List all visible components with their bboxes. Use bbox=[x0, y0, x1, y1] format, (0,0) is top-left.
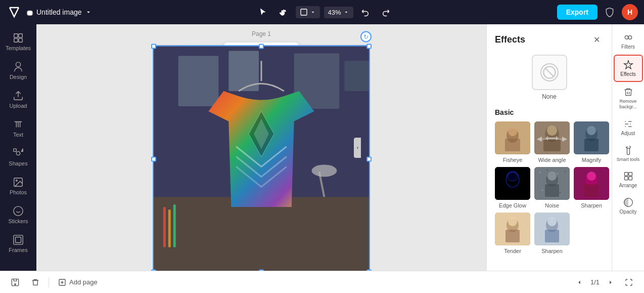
page-label: Page 1 bbox=[252, 30, 271, 37]
topbar-right: Export H bbox=[557, 4, 638, 20]
title-area[interactable]: Untitled image bbox=[26, 8, 92, 16]
basic-section-title: Basic bbox=[495, 108, 604, 116]
sidebar-label-shapes: Shapes bbox=[9, 160, 27, 166]
edgeglow-label: Edge Glow bbox=[499, 202, 526, 208]
delete-btn[interactable] bbox=[28, 276, 42, 288]
svg-rect-25 bbox=[344, 61, 370, 91]
hand-tool-btn[interactable] bbox=[275, 4, 292, 20]
topbar-tools: 43% bbox=[96, 4, 553, 20]
sidebar-label-frames: Frames bbox=[9, 247, 27, 253]
edgeglow-thumb bbox=[495, 167, 530, 200]
none-label: None bbox=[542, 93, 557, 100]
right-tool-adjust[interactable]: Adjust bbox=[614, 115, 643, 140]
effect-magnify[interactable]: Magnify bbox=[574, 121, 609, 163]
svg-rect-2 bbox=[19, 34, 22, 37]
effect-fisheye[interactable]: Fisheye bbox=[495, 121, 530, 163]
filters-label: Filters bbox=[621, 44, 635, 50]
user-avatar[interactable]: H bbox=[622, 4, 638, 20]
undo-btn[interactable] bbox=[357, 4, 374, 20]
sidebar-item-photos[interactable]: Photos bbox=[2, 173, 34, 199]
canvas-area[interactable]: Page 1 bbox=[36, 24, 486, 271]
right-tool-filters[interactable]: Filters bbox=[614, 28, 643, 54]
svg-rect-26 bbox=[153, 197, 370, 271]
effect-noise[interactable]: Noise bbox=[534, 167, 570, 208]
svg-rect-59 bbox=[539, 172, 540, 173]
svg-rect-11 bbox=[14, 235, 23, 244]
right-tool-remove-bg[interactable]: Remove backgr... bbox=[614, 83, 643, 114]
right-tool-arrange[interactable]: Arrange bbox=[614, 167, 643, 192]
adjust-label: Adjust bbox=[621, 131, 635, 136]
effect-wide-angle[interactable]: Wide angle bbox=[534, 121, 570, 163]
topbar: Untitled image 43% bbox=[0, 0, 644, 24]
right-tool-opacity[interactable]: Opacity bbox=[614, 193, 643, 219]
svg-rect-22 bbox=[178, 56, 219, 106]
bottom-divider bbox=[49, 277, 49, 287]
none-icon bbox=[540, 63, 559, 81]
svg-rect-4 bbox=[19, 38, 22, 42]
svg-rect-72 bbox=[505, 230, 520, 242]
magnify-thumb bbox=[574, 121, 609, 154]
noise-label: Noise bbox=[545, 202, 559, 208]
effect-tender[interactable]: Tender bbox=[495, 213, 530, 254]
select-tool-btn[interactable] bbox=[255, 4, 271, 20]
app-logo[interactable] bbox=[6, 4, 22, 20]
effect-sharpen[interactable]: Sharpen bbox=[574, 167, 609, 208]
fisheye-label: Fisheye bbox=[503, 157, 523, 163]
svg-rect-58 bbox=[545, 184, 559, 197]
canvas-image[interactable] bbox=[153, 45, 370, 271]
svg-rect-43 bbox=[543, 139, 561, 151]
sidebar-item-stickers[interactable]: Stickers bbox=[2, 201, 34, 228]
bottom-right: 1/1 bbox=[572, 275, 636, 289]
effect-edge-glow[interactable]: Edge Glow bbox=[495, 167, 530, 208]
effects-close-btn[interactable]: ✕ bbox=[589, 32, 604, 47]
svg-rect-29 bbox=[173, 204, 176, 247]
right-tool-effects[interactable]: Effects bbox=[614, 55, 643, 82]
sidebar-item-shapes[interactable]: Shapes bbox=[2, 144, 34, 171]
effects-panel: Effects ✕ None Basic bbox=[486, 24, 612, 271]
svg-rect-64 bbox=[560, 192, 561, 193]
fullscreen-btn[interactable] bbox=[622, 275, 636, 289]
svg-rect-61 bbox=[557, 173, 558, 174]
svg-point-75 bbox=[547, 217, 557, 226]
zoom-level: 43% bbox=[328, 9, 341, 16]
prev-page-btn[interactable] bbox=[572, 275, 586, 289]
right-tool-smart-tools[interactable]: Smart tools bbox=[614, 141, 643, 166]
collapse-panel-btn[interactable] bbox=[354, 138, 361, 158]
sidebar-label-templates: Templates bbox=[6, 45, 31, 51]
add-page-btn[interactable]: Add page bbox=[55, 276, 101, 288]
sharpen2-label: Sharpen bbox=[541, 248, 563, 254]
sidebar-item-text[interactable]: Text bbox=[2, 115, 34, 142]
effect-sharpen2[interactable]: Sharpen bbox=[534, 213, 570, 254]
rotate-handle[interactable]: ↻ bbox=[360, 31, 372, 42]
svg-rect-63 bbox=[542, 190, 543, 191]
effects-label: Effects bbox=[620, 71, 635, 77]
svg-rect-52 bbox=[505, 184, 520, 197]
shield-icon[interactable] bbox=[602, 4, 618, 20]
sidebar-item-upload[interactable]: Upload bbox=[2, 86, 34, 113]
svg-rect-27 bbox=[163, 207, 166, 247]
main-area: Templates Design Upload Text bbox=[0, 24, 644, 271]
svg-rect-39 bbox=[505, 139, 520, 151]
sidebar-item-templates[interactable]: Templates bbox=[2, 28, 34, 55]
svg-rect-79 bbox=[627, 148, 629, 154]
save-btn[interactable] bbox=[8, 276, 22, 288]
none-option: None bbox=[495, 55, 604, 100]
frame-select-btn[interactable] bbox=[296, 6, 320, 18]
none-effect-btn[interactable] bbox=[532, 55, 567, 90]
sidebar-item-frames[interactable]: Frames bbox=[2, 230, 34, 257]
svg-rect-62 bbox=[565, 171, 566, 172]
redo-btn[interactable] bbox=[378, 4, 394, 20]
svg-rect-68 bbox=[584, 184, 599, 197]
canvas-image-container[interactable]: ↻ bbox=[153, 45, 370, 271]
effects-title: Effects bbox=[495, 34, 525, 45]
next-page-btn[interactable] bbox=[604, 275, 618, 289]
export-button[interactable]: Export bbox=[557, 5, 597, 20]
sidebar-item-design[interactable]: Design bbox=[2, 57, 34, 84]
magnify-label: Magnify bbox=[582, 157, 602, 163]
remove-bg-label: Remove backgr... bbox=[616, 99, 641, 110]
svg-rect-28 bbox=[168, 210, 171, 247]
tender-thumb bbox=[495, 213, 530, 245]
sidebar-label-stickers: Stickers bbox=[8, 218, 28, 224]
sharpen-label: Sharpen bbox=[581, 202, 602, 208]
zoom-btn[interactable]: 43% bbox=[324, 7, 353, 18]
